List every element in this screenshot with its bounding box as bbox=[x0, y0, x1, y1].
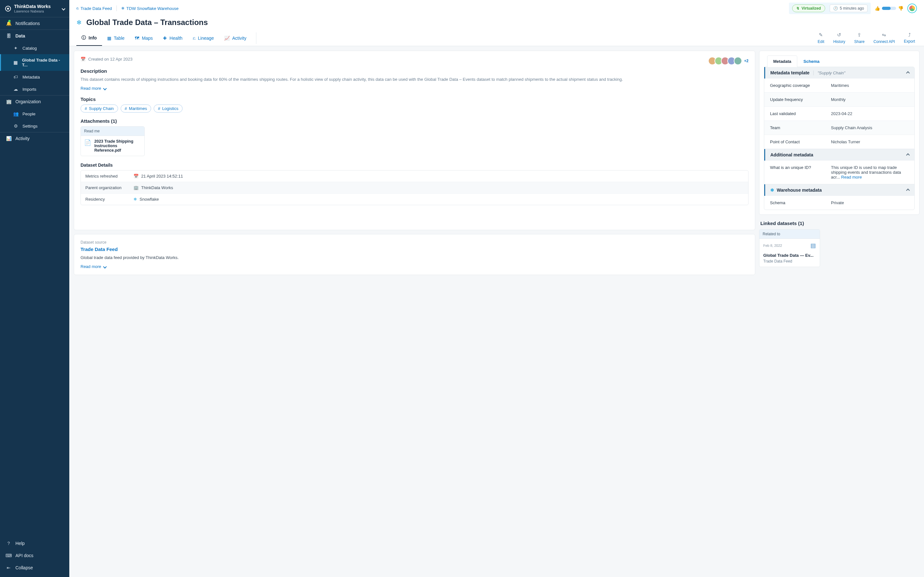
tab-lineage[interactable]: ⎌Lineage bbox=[188, 31, 219, 45]
table-row: Last validated2023-04-22 bbox=[764, 107, 914, 121]
tab-label: Info bbox=[89, 35, 97, 40]
dataset-icon: ▤ bbox=[811, 242, 816, 249]
layers-icon: 🗄 bbox=[6, 33, 11, 39]
action-label: Export bbox=[904, 39, 915, 44]
connect-api-button[interactable]: ⇋Connect API bbox=[874, 30, 895, 46]
breadcrumb-feed[interactable]: ⎋Trade Data Feed bbox=[76, 6, 112, 11]
detail-value: Snowflake bbox=[140, 197, 159, 201]
linked-title: Global Trade Data — Ev... bbox=[763, 253, 816, 258]
description-read-more[interactable]: Read more bbox=[81, 86, 748, 91]
linked-dataset-card[interactable]: Related to Feb 8, 2022▤ Global Trade Dat… bbox=[759, 229, 820, 267]
avatar-overflow[interactable]: +2 bbox=[744, 59, 748, 63]
tab-label: Table bbox=[114, 35, 124, 41]
read-more-link[interactable]: Read more bbox=[841, 175, 862, 179]
clock-icon: 🕑 bbox=[833, 6, 838, 11]
hash-icon: # bbox=[158, 106, 160, 111]
sidebar-item-collapse[interactable]: ⇤ Collapse bbox=[0, 562, 69, 574]
breadcrumb-label: Trade Data Feed bbox=[81, 6, 112, 11]
topic-chip[interactable]: #Maritimes bbox=[121, 105, 152, 113]
section-header[interactable]: Metadata template "Supply Chain" bbox=[764, 67, 914, 79]
topic-label: Supply Chain bbox=[89, 106, 113, 111]
created-label: Created on 12 Apr 2023 bbox=[88, 57, 132, 61]
sidebar-item-activity[interactable]: 📊 Activity bbox=[0, 132, 69, 145]
topic-chip[interactable]: #Supply Chain bbox=[81, 105, 118, 113]
sidebar-item-notifications[interactable]: 🔔 Notifications bbox=[0, 17, 69, 29]
history-icon: ↺ bbox=[837, 32, 841, 38]
badge-label: Virtualized bbox=[801, 6, 821, 11]
meta-label: Team bbox=[770, 125, 831, 130]
tab-activity[interactable]: 📈Activity bbox=[219, 31, 252, 45]
sidebar-label: Data bbox=[15, 33, 25, 39]
meta-value: Nicholas Turner bbox=[831, 139, 860, 144]
detail-label: Parent organization bbox=[86, 185, 134, 190]
workspace-switcher[interactable]: ThinkData Works Lawrence Nabeara bbox=[0, 0, 69, 17]
tab-info[interactable]: ⓘInfo bbox=[76, 31, 102, 46]
warehouse-icon: ❄ bbox=[121, 6, 124, 11]
table-row: SchemaPrivate bbox=[764, 196, 914, 210]
table-row: Update frequencyMonthly bbox=[764, 93, 914, 107]
share-icon: ⇪ bbox=[857, 32, 861, 38]
sidebar-label: Settings bbox=[23, 124, 37, 129]
catalog-icon: ✦ bbox=[13, 45, 19, 51]
source-read-more[interactable]: Read more bbox=[81, 264, 748, 269]
detail-value: 21 April 2023 14:52:11 bbox=[141, 174, 183, 179]
collaborator-avatars[interactable]: +2 bbox=[710, 57, 748, 65]
user-avatar[interactable] bbox=[907, 3, 917, 13]
history-button[interactable]: ↺History bbox=[833, 30, 845, 46]
topic-label: Logistics bbox=[162, 106, 178, 111]
topic-chip[interactable]: #Logistics bbox=[153, 105, 183, 113]
share-button[interactable]: ⇪Share bbox=[855, 30, 865, 46]
tab-table[interactable]: ▦Table bbox=[102, 31, 129, 45]
section-header[interactable]: ❄ Warehouse metadata bbox=[764, 184, 914, 196]
section-header[interactable]: Additional metadata bbox=[764, 149, 914, 161]
sidebar-item-organization[interactable]: 🏢 Organization bbox=[0, 95, 69, 108]
action-label: Share bbox=[855, 39, 865, 44]
bolt-icon: ↯ bbox=[796, 6, 800, 11]
sidebar-item-help[interactable]: ? Help bbox=[0, 537, 69, 550]
help-icon: ? bbox=[6, 541, 11, 546]
sidebar-item-imports[interactable]: ☁ Imports bbox=[0, 83, 69, 95]
activity-icon: 📈 bbox=[224, 35, 230, 41]
sidebar-label: Metadata bbox=[23, 75, 40, 79]
sidebar-item-settings[interactable]: ⚙ Settings bbox=[0, 120, 69, 132]
meta-value: Monthly bbox=[831, 97, 846, 102]
health-icon: ✚ bbox=[163, 35, 167, 41]
metadata-template-section: Metadata template "Supply Chain" Geograp… bbox=[764, 67, 914, 149]
description-heading: Description bbox=[81, 68, 748, 74]
thumbs-down-icon[interactable]: 👎 bbox=[898, 6, 903, 11]
export-button[interactable]: ⤴Export bbox=[904, 30, 915, 46]
source-link[interactable]: Trade Data Feed bbox=[81, 247, 748, 252]
rating-bar bbox=[882, 7, 896, 10]
breadcrumb-separator bbox=[116, 5, 117, 11]
meta-label: What is an unique ID? bbox=[770, 165, 831, 179]
linked-subtitle: Trade Data Feed bbox=[763, 259, 816, 263]
sidebar-item-data[interactable]: 🗄 Data bbox=[0, 30, 69, 42]
attachment-card[interactable]: Read me 📄 2023 Trade Shipping Instructio… bbox=[81, 126, 145, 156]
tab-maps[interactable]: 🗺Maps bbox=[129, 31, 158, 45]
sidebar-item-people[interactable]: 👥 People bbox=[0, 108, 69, 120]
workspace-name: ThinkData Works bbox=[14, 4, 51, 9]
tab-health[interactable]: ✚Health bbox=[158, 31, 187, 45]
edit-button[interactable]: ✎Edit bbox=[818, 30, 825, 46]
gear-icon: ⚙ bbox=[13, 123, 19, 129]
attachment-filename: 2023 Trade Shipping Instructions Referen… bbox=[94, 139, 141, 153]
tab-schema[interactable]: Schema bbox=[797, 55, 825, 67]
sidebar-item-api-docs[interactable]: ⌨ API docs bbox=[0, 550, 69, 562]
sidebar-label: Collapse bbox=[15, 565, 33, 570]
breadcrumb-warehouse[interactable]: ❄TDW Snowflake Warehouse bbox=[121, 6, 179, 11]
thumbs-up-icon[interactable]: 👍 bbox=[875, 6, 880, 11]
cloud-icon: ☁ bbox=[13, 87, 19, 92]
read-more-label: Read more bbox=[81, 86, 101, 91]
refresh-time-chip: 🕑5 minutes ago bbox=[830, 5, 867, 12]
sidebar-label: People bbox=[23, 111, 35, 116]
sidebar-label: Imports bbox=[23, 87, 36, 92]
tab-metadata[interactable]: Metadata bbox=[767, 55, 797, 67]
action-label: History bbox=[833, 39, 845, 44]
sidebar-item-catalog[interactable]: ✦ Catalog bbox=[0, 42, 69, 54]
sidebar-label: Catalog bbox=[23, 46, 37, 51]
additional-metadata-section: Additional metadata What is an unique ID… bbox=[764, 149, 914, 184]
sidebar-item-metadata[interactable]: 🏷 Metadata bbox=[0, 71, 69, 83]
table-row: Metrics refreshed 📅21 April 2023 14:52:1… bbox=[81, 171, 748, 182]
sidebar-item-current-dataset[interactable]: ▦ Global Trade Data - T... bbox=[0, 54, 69, 71]
rating-widget[interactable]: 👍 👎 bbox=[875, 6, 903, 11]
